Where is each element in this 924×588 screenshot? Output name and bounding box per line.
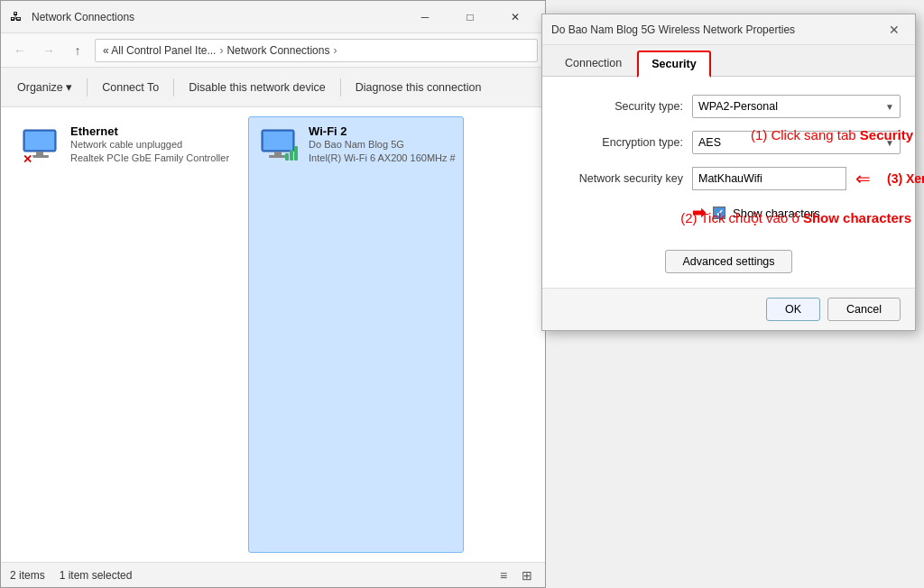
security-type-select[interactable]: WPA2-Personal ▼ [692, 95, 901, 118]
toolbar: Organize ▾ Connect To Disable this netwo… [1, 68, 545, 107]
titlebar: 🖧 Network Connections ─ □ ✕ [1, 1, 545, 33]
dialog-body: Security type: WPA2-Personal ▼ Encryptio… [542, 77, 915, 288]
dialog-tabs: Connection Security [542, 45, 915, 77]
svg-rect-7 [263, 132, 292, 150]
svg-rect-12 [294, 146, 298, 161]
wifi-name: Wi-Fi 2 [309, 124, 456, 138]
wifi-network: Do Bao Nam Blog 5G [309, 138, 456, 152]
window-title: Network Connections [32, 11, 397, 23]
up-button[interactable]: ↑ [66, 39, 89, 62]
ethernet-driver: Realtek PCIe GbE Family Controller [70, 152, 229, 165]
annotation-step3: (3) Xem pass wifi [887, 171, 924, 186]
forward-button[interactable]: → [37, 39, 60, 62]
statusbar-left: 2 items 1 item selected [10, 569, 132, 582]
wifi-driver: Intel(R) Wi-Fi 6 AX200 160MHz # [309, 152, 456, 165]
organize-label: Organize ▾ [17, 80, 72, 94]
arrow-indicator: ⇐ [855, 168, 871, 189]
organize-button[interactable]: Organize ▾ [8, 73, 81, 102]
diagnose-button[interactable]: Diagnose this connection [346, 73, 491, 102]
toolbar-separator-3 [340, 78, 341, 96]
connect-to-label: Connect To [102, 81, 159, 94]
ethernet-name: Ethernet [70, 124, 229, 138]
security-type-value: WPA2-Personal [698, 100, 778, 113]
security-type-label: Security type: [557, 100, 683, 113]
window-controls: ─ □ ✕ [404, 4, 536, 31]
chevron-down-icon: ▼ [885, 102, 894, 112]
wifi-icon-container [256, 124, 300, 168]
security-type-row: Security type: WPA2-Personal ▼ [557, 95, 901, 118]
wifi-info: Wi-Fi 2 Do Bao Nam Blog 5G Intel(R) Wi-F… [309, 124, 456, 166]
address-box[interactable]: « All Control Panel Ite... › Network Con… [95, 39, 538, 62]
network-key-input[interactable] [692, 167, 846, 190]
network-key-row: Network security key ⇐ (3) Xem pass wifi [557, 167, 901, 190]
maximize-button[interactable]: □ [449, 4, 491, 31]
close-button[interactable]: ✕ [494, 4, 536, 31]
svg-rect-9 [269, 155, 287, 158]
address-sep1: › [219, 44, 223, 57]
wifi-item[interactable]: Wi-Fi 2 Do Bao Nam Blog 5G Intel(R) Wi-F… [248, 116, 464, 553]
dialog-titlebar: Do Bao Nam Blog 5G Wireless Network Prop… [542, 14, 915, 45]
network-connections-window: 🖧 Network Connections ─ □ ✕ ← → ↑ « All … [0, 0, 546, 588]
window-icon: 🖧 [10, 10, 24, 24]
items-count: 2 items [10, 569, 45, 582]
toolbar-separator-2 [173, 78, 174, 96]
address-part2: Network Connections [226, 44, 329, 57]
ethernet-item[interactable]: ✕ Ethernet Network cable unplugged Realt… [10, 116, 237, 553]
address-sep2: › [333, 44, 337, 57]
connect-to-button[interactable]: Connect To [93, 73, 168, 102]
ethernet-icon: ✕ [18, 124, 61, 168]
network-key-label: Network security key [557, 172, 683, 185]
advanced-area: Advanced settings [557, 250, 901, 273]
statusbar-right: ≡ ⊞ [494, 566, 536, 584]
dialog-footer: OK Cancel [542, 288, 915, 330]
advanced-settings-button[interactable]: Advanced settings [665, 250, 791, 273]
address-part1: « All Control Panel Ite... [103, 44, 216, 57]
tab-connection[interactable]: Connection [551, 51, 635, 76]
encryption-type-label: Encryption type: [557, 136, 683, 149]
dialog-close-button[interactable]: ✕ [882, 20, 906, 40]
grid-view-button[interactable]: ⊞ [518, 566, 536, 584]
status-bar: 2 items 1 item selected ≡ ⊞ [1, 562, 545, 587]
tab-security[interactable]: Security [637, 51, 710, 78]
svg-rect-10 [285, 153, 289, 161]
properties-dialog: Do Bao Nam Blog 5G Wireless Network Prop… [541, 14, 916, 331]
disable-device-button[interactable]: Disable this network device [180, 73, 334, 102]
ethernet-status: Network cable unplugged [70, 138, 229, 152]
back-button[interactable]: ← [8, 39, 32, 62]
svg-text:✕: ✕ [23, 152, 32, 166]
svg-rect-1 [25, 132, 54, 150]
dialog-title: Do Bao Nam Blog 5G Wireless Network Prop… [551, 23, 877, 36]
svg-rect-3 [31, 155, 49, 158]
annotation-step2: (2) Tick chuột vào ô Show characters [680, 210, 911, 226]
cancel-button[interactable]: Cancel [827, 298, 901, 321]
list-view-button[interactable]: ≡ [494, 566, 513, 584]
disable-label: Disable this network device [189, 81, 325, 94]
svg-rect-11 [290, 150, 293, 161]
ok-button[interactable]: OK [766, 298, 820, 321]
encryption-type-value: AES [698, 136, 721, 149]
toolbar-separator-1 [87, 78, 88, 96]
network-list: ✕ Ethernet Network cable unplugged Realt… [1, 107, 545, 562]
selected-count: 1 item selected [60, 569, 133, 582]
annotation-step1: (1) Click sang tab Security [751, 127, 913, 142]
minimize-button[interactable]: ─ [404, 4, 446, 31]
diagnose-label: Diagnose this connection [356, 81, 482, 94]
ethernet-info: Ethernet Network cable unplugged Realtek… [70, 124, 229, 166]
address-bar: ← → ↑ « All Control Panel Ite... › Netwo… [1, 33, 545, 68]
